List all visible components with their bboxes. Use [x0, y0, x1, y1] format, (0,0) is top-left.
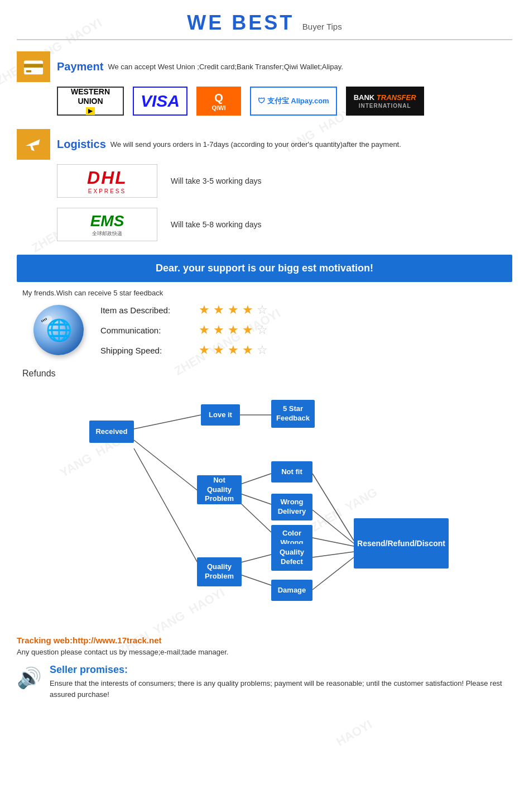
feedback-section: 🌐 Item as Described: ★ ★ ★ ★ ☆ Communica… [33, 303, 496, 357]
tracking-section: Tracking web:http://www.17track.net Any … [17, 636, 512, 656]
bank-transfer-logo: BANK TRANSFER INTERNATIONAL [346, 87, 424, 116]
svg-line-16 [312, 557, 354, 590]
node-quality-defect: Quality Defect [271, 544, 312, 571]
logistics-label: Logistics [57, 138, 106, 151]
payment-icon [17, 51, 50, 82]
ems-item: EMS 全球邮政快递 Will take 5-8 working days [57, 208, 512, 241]
svg-line-11 [239, 574, 271, 585]
svg-line-12 [312, 474, 354, 541]
item-as-described-label: Item as Described: [100, 305, 190, 315]
payment-text: We can accept West Union ;Credit card;Ba… [108, 63, 343, 71]
promises-text: Ensure that the interests of consumers; … [50, 678, 512, 700]
page-header: WE BEST Buyer Tips [17, 6, 512, 40]
tracking-url[interactable]: http://www.17track.net [73, 636, 161, 645]
ems-logo: EMS 全球邮政快递 [57, 208, 157, 241]
seller-promises-section: 🔊 Seller promises: Ensure that the inter… [17, 664, 512, 700]
shipping-speed-label: Shipping Speed: [100, 346, 190, 355]
credit-card-icon [23, 56, 44, 78]
header-subtitle: Buyer Tips [302, 22, 342, 31]
svg-line-4 [134, 440, 201, 493]
logistics-icon [17, 129, 50, 160]
node-five-star: 5 Star Feedback [271, 400, 315, 428]
svg-rect-2 [26, 70, 32, 72]
node-resend: Resend/Refund/Discont [354, 518, 449, 569]
node-wrong-delivery: Wrong Delivery [271, 494, 312, 520]
speaker-icon: 🔊 [17, 666, 42, 690]
logistics-section: Logistics We will send yours orders in 1… [17, 129, 512, 241]
globe-icon: 🌐 [33, 305, 84, 355]
svg-line-10 [239, 555, 271, 563]
feedback-rows: Item as Described: ★ ★ ★ ★ ☆ Communicati… [100, 303, 268, 357]
qiwi-logo: Q QIWI [196, 87, 241, 116]
promises-content: Seller promises: Ensure that the interes… [50, 664, 512, 700]
node-damage: Damage [271, 580, 312, 601]
svg-line-13 [312, 510, 354, 543]
item-as-described-stars: ★ ★ ★ ★ ☆ [199, 303, 268, 317]
svg-line-14 [312, 538, 354, 546]
payment-logos: WESTERN UNION ▶ VISA Q QIWI 🛡 支付宝 Alipay… [57, 87, 512, 116]
communication-row: Communication: ★ ★ ★ ★ ☆ [100, 323, 268, 337]
feedback-intro: My frends.Wish can receive 5 star feedba… [22, 289, 512, 297]
refunds-section: Refunds [17, 369, 512, 624]
shipping-speed-stars: ★ ★ ★ ★ ☆ [199, 343, 268, 357]
svg-line-9 [239, 501, 271, 532]
svg-line-5 [134, 448, 201, 569]
flowchart: Received Love it 5 Star Feedback Not Qua… [17, 384, 512, 624]
payment-section: Payment We can accept West Union ;Credit… [17, 51, 512, 116]
svg-line-15 [312, 552, 354, 557]
tracking-note: Any question please contact us by messag… [17, 648, 512, 656]
visa-logo: VISA [133, 87, 187, 116]
shipping-speed-row: Shipping Speed: ★ ★ ★ ★ ☆ [100, 343, 268, 357]
node-received: Received [89, 421, 134, 443]
plane-icon [23, 134, 44, 155]
svg-line-8 [239, 493, 271, 504]
svg-line-3 [134, 415, 201, 429]
logistics-text: We will send yours orders in 1-7days (ac… [110, 140, 401, 149]
tracking-label: Tracking web: [17, 636, 73, 645]
communication-label: Communication: [100, 326, 190, 335]
dhl-logo: DHL EXPRESS [57, 164, 157, 198]
dhl-item: DHL EXPRESS Will take 3-5 working days [57, 164, 512, 198]
payment-label: Payment [57, 60, 103, 73]
item-as-described-row: Item as Described: ★ ★ ★ ★ ☆ [100, 303, 268, 317]
alipay-logo: 🛡 支付宝 Alipay.com [250, 87, 337, 116]
western-union-logo: WESTERN UNION ▶ [57, 87, 124, 116]
dhl-days: Will take 3-5 working days [171, 176, 262, 185]
header-title: WE BEST [187, 11, 294, 34]
node-not-fit: Not fit [271, 461, 312, 483]
communication-stars: ★ ★ ★ ★ ☆ [199, 323, 268, 337]
refunds-title: Refunds [22, 369, 512, 379]
svg-rect-1 [24, 64, 43, 68]
promises-title: Seller promises: [50, 664, 512, 676]
motivation-banner: Dear. your support is our bigg est motiv… [17, 255, 512, 282]
node-quality-problem: Quality Problem [197, 557, 242, 586]
node-not-quality: Not Quality Problem [197, 475, 242, 504]
svg-line-7 [239, 474, 271, 485]
ems-days: Will take 5-8 working days [171, 220, 262, 229]
node-love-it: Love it [201, 404, 240, 426]
